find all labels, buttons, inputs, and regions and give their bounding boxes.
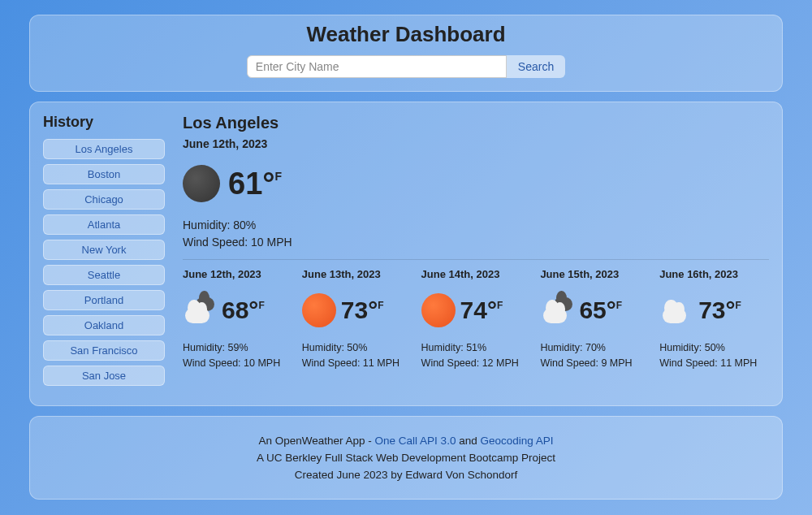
current-weather-icon: [183, 165, 220, 202]
city-name: Los Angeles: [183, 114, 769, 132]
footer-line-2: A UC Berkley Full Stack Web Development …: [43, 452, 769, 464]
forecast-wind: Wind Speed: 10 MPH: [183, 356, 292, 371]
forecast-humidity: Humidity: 50%: [302, 340, 412, 356]
forecast-temp-row: 65°F: [540, 293, 650, 327]
history-title: History: [43, 114, 173, 131]
forecast-wind: Wind Speed: 12 MPH: [421, 356, 531, 371]
forecast-temp-unit: F: [497, 300, 503, 311]
forecast-temp-row: 73°F: [302, 293, 412, 327]
current-temp-row: 61° F: [183, 165, 769, 202]
forecast-date: June 15th, 2023: [540, 268, 650, 280]
history-item[interactable]: San Jose: [43, 366, 165, 386]
history-item[interactable]: Oakland: [43, 315, 165, 335]
forecast-wind: Wind Speed: 11 MPH: [659, 356, 769, 371]
current-humidity: Humidity: 80%: [183, 217, 769, 234]
forecast-meta: Humidity: 50%Wind Speed: 11 MPH: [302, 340, 412, 371]
forecast-humidity: Humidity: 70%: [540, 340, 650, 356]
forecast-wind: Wind Speed: 11 MPH: [302, 356, 412, 371]
forecast-temp-unit: F: [736, 300, 741, 311]
current-wind: Wind Speed: 10 MPH: [183, 234, 769, 251]
history-list: Los AngelesBostonChicagoAtlantaNew YorkS…: [43, 139, 173, 386]
forecast-humidity: Humidity: 59%: [183, 340, 292, 356]
history-item[interactable]: San Francisco: [43, 340, 165, 361]
history-item[interactable]: Los Angeles: [43, 139, 165, 159]
weather-content: Los Angeles June 12th, 2023 61° F Humidi…: [173, 114, 769, 391]
forecast-date: June 12th, 2023: [183, 268, 292, 280]
forecast-temp-row: 68°F: [183, 293, 292, 327]
footer-line-3: Created June 2023 by Edward Von Schondor…: [43, 469, 769, 481]
footer-line-1: An OpenWeather App - One Call API 3.0 an…: [43, 435, 769, 447]
forecast-day: June 15th, 202365°FHumidity: 70%Wind Spe…: [540, 268, 650, 371]
city-search-input[interactable]: [247, 55, 507, 78]
current-date: June 12th, 2023: [183, 137, 769, 150]
forecast-meta: Humidity: 70%Wind Speed: 9 MPH: [540, 340, 650, 371]
forecast-date: June 16th, 2023: [659, 268, 769, 280]
forecast-day: June 16th, 202373°FHumidity: 50%Wind Spe…: [659, 268, 769, 371]
forecast-temp: 65°: [579, 298, 615, 322]
forecast-temp-row: 73°F: [659, 293, 769, 327]
forecast-meta: Humidity: 51%Wind Speed: 12 MPH: [421, 340, 531, 371]
forecast-temp-row: 74°F: [421, 293, 531, 327]
current-meta: Humidity: 80% Wind Speed: 10 MPH: [183, 217, 769, 251]
search-row: Search: [43, 55, 769, 78]
forecast-wind: Wind Speed: 9 MPH: [540, 356, 650, 371]
footer-card: An OpenWeather App - One Call API 3.0 an…: [29, 416, 783, 500]
search-button[interactable]: Search: [507, 55, 565, 78]
forecast-date: June 14th, 2023: [421, 268, 531, 280]
forecast-temp: 73°: [698, 298, 735, 322]
current-temp-unit: F: [274, 170, 282, 183]
forecast-row: June 12th, 202368°FHumidity: 59%Wind Spe…: [183, 268, 769, 371]
history-item[interactable]: Portland: [43, 290, 165, 310]
forecast-temp: 74°: [460, 298, 497, 322]
forecast-temp: 73°: [341, 298, 378, 322]
forecast-day: June 13th, 202373°FHumidity: 50%Wind Spe…: [302, 268, 412, 371]
forecast-humidity: Humidity: 50%: [659, 340, 769, 356]
current-temp: 61°: [228, 168, 274, 199]
cloud-icon: [659, 293, 693, 327]
sun-icon: [302, 293, 336, 327]
history-item[interactable]: New York: [43, 240, 165, 260]
forecast-meta: Humidity: 50%Wind Speed: 11 MPH: [659, 340, 769, 371]
history-item[interactable]: Seattle: [43, 265, 165, 285]
cloud-dark-icon: [183, 293, 217, 327]
sun-icon: [421, 293, 456, 327]
divider: [183, 259, 769, 260]
forecast-humidity: Humidity: 51%: [421, 340, 531, 356]
forecast-day: June 12th, 202368°FHumidity: 59%Wind Spe…: [183, 268, 292, 371]
footer-link-onecall[interactable]: One Call API 3.0: [375, 435, 456, 447]
forecast-date: June 13th, 2023: [302, 268, 412, 280]
current-temp-block: 61° F: [228, 168, 282, 199]
history-item[interactable]: Atlanta: [43, 214, 165, 235]
history-item[interactable]: Boston: [43, 164, 165, 184]
forecast-temp-unit: F: [616, 300, 622, 311]
main-card: History Los AngelesBostonChicagoAtlantaN…: [29, 102, 783, 406]
footer-link-geocoding[interactable]: Geocoding API: [480, 435, 553, 447]
page-title: Weather Dashboard: [43, 22, 769, 47]
forecast-meta: Humidity: 59%Wind Speed: 10 MPH: [183, 340, 292, 371]
forecast-temp-unit: F: [258, 300, 264, 311]
cloud-dark-icon: [540, 293, 574, 327]
forecast-temp-unit: F: [378, 300, 383, 311]
forecast-temp: 68°: [222, 298, 258, 322]
history-panel: History Los AngelesBostonChicagoAtlantaN…: [43, 114, 173, 391]
forecast-day: June 14th, 202374°FHumidity: 51%Wind Spe…: [421, 268, 531, 371]
header-card: Weather Dashboard Search: [29, 15, 783, 92]
history-item[interactable]: Chicago: [43, 189, 165, 210]
